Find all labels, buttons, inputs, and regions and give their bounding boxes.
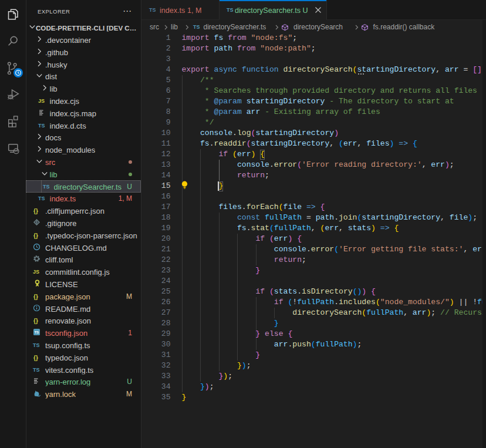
svg-text:TS: TS: [35, 331, 39, 334]
